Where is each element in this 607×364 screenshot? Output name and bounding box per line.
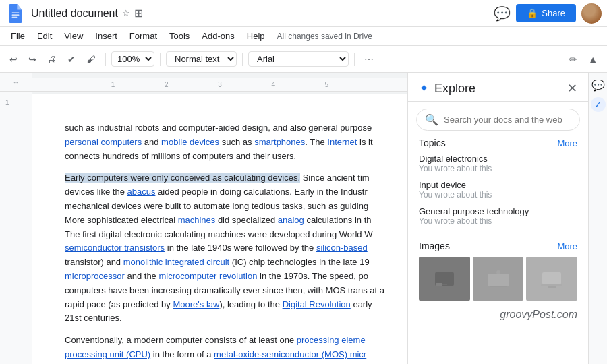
google-docs-logo — [5, 3, 26, 24]
more-options-button[interactable]: ⋯ — [360, 51, 378, 67]
menu-tools[interactable]: Tools — [164, 30, 195, 42]
ruler-label: ↔ — [13, 78, 20, 86]
menu-addons[interactable]: Add-ons — [196, 30, 239, 42]
paint-format-button[interactable]: 🖌 — [82, 51, 100, 67]
search-icon: 🔍 — [425, 113, 438, 126]
topic-title-2: Input device — [419, 180, 577, 190]
zoom-select[interactable]: 100% 75% 150% — [111, 51, 154, 67]
link-personal-computers[interactable]: personal computers — [65, 137, 142, 147]
link-processing-element[interactable]: processing eleme — [297, 335, 366, 345]
brand-name: groovyPost.com — [500, 309, 577, 320]
link-mobile-devices[interactable]: mobile devices — [161, 137, 219, 147]
toolbar-divider-2 — [160, 53, 161, 66]
toolbar-divider-1 — [105, 53, 106, 66]
chat-icon[interactable]: 💬 — [494, 5, 511, 22]
svg-rect-10 — [541, 284, 562, 286]
spellcheck-button[interactable]: ✔ — [63, 51, 80, 67]
link-abacus[interactable]: abacus — [127, 187, 156, 197]
topic-item-1[interactable]: Digital electronics You wrote about this — [419, 154, 577, 173]
style-select[interactable]: Normal text Heading 1 Heading 2 — [166, 51, 237, 67]
document-area: 1 2 3 4 5 such as industrial robots and … — [32, 73, 407, 364]
topics-header: Topics More — [419, 138, 577, 148]
toolbar: ↩ ↪ 🖨 ✔ 🖌 100% 75% 150% Normal text Head… — [0, 46, 607, 73]
explore-close-button[interactable]: ✕ — [567, 81, 577, 96]
topic-item-2[interactable]: Input device You wrote about this — [419, 180, 577, 200]
explore-header: ✦ Explore ✕ — [408, 73, 588, 102]
doc-title[interactable]: Untitled document — [31, 7, 118, 20]
top-ruler: 1 2 3 4 5 — [32, 78, 407, 92]
link-semiconductor[interactable]: semiconductor transistors — [65, 243, 165, 253]
collapse-toolbar-button[interactable]: ▲ — [584, 51, 602, 67]
link-cpu[interactable]: processing unit (CPU) — [65, 349, 150, 359]
images-row — [419, 257, 577, 301]
ruler-numbers: 1 — [0, 92, 32, 109]
avatar[interactable] — [581, 3, 602, 24]
highlight-text: Early computers were only conceived as c… — [65, 173, 300, 183]
link-mos[interactable]: metal-oxide-semiconductor (MOS) micr — [214, 349, 366, 359]
topic-title-3: General purpose technology — [419, 206, 577, 216]
doc-title-area: Untitled document ☆ ⊞ — [31, 7, 494, 20]
toolbar-divider-3 — [242, 53, 243, 66]
explore-icon: ✦ — [419, 81, 429, 96]
image-thumb-1[interactable] — [419, 257, 470, 301]
topbar-right: 💬 🔒 Share — [494, 3, 602, 24]
svg-rect-5 — [442, 284, 447, 285]
images-more-button[interactable]: More — [557, 241, 577, 251]
pen-button[interactable]: ✏ — [565, 51, 581, 67]
svg-rect-2 — [12, 16, 18, 17]
doc-paragraph-3: Conventionally, a modern computer consis… — [65, 334, 384, 364]
explore-title: Explore — [434, 82, 567, 96]
share-button[interactable]: 🔒 Share — [516, 4, 576, 22]
topic-title-1: Digital electronics — [419, 154, 577, 164]
topic-subtitle-2: You wrote about this — [419, 190, 577, 200]
undo-button[interactable]: ↩ — [5, 51, 22, 67]
print-button[interactable]: 🖨 — [43, 51, 61, 67]
link-microcomputer[interactable]: microcomputer revolution — [158, 271, 257, 281]
svg-rect-7 — [490, 286, 507, 287]
explore-search-input[interactable] — [444, 115, 571, 125]
link-internet[interactable]: Internet — [327, 137, 357, 147]
images-label: Images — [419, 241, 450, 251]
link-machines[interactable]: machines — [178, 215, 216, 225]
doc-paragraph-1: such as industrial robots and computer-a… — [65, 121, 384, 163]
images-header: Images More — [419, 241, 577, 251]
folder-icon[interactable]: ⊞ — [134, 7, 143, 20]
menu-edit[interactable]: Edit — [32, 30, 57, 42]
right-sidebar: 💬 ✓ — [588, 73, 607, 364]
main-area: ↔ 1 1 2 3 4 5 such as industrial robots … — [0, 73, 607, 364]
ruler-column: ↔ 1 — [0, 73, 32, 364]
topics-section: Topics More Digital electronics You wrot… — [408, 138, 588, 233]
svg-rect-11 — [548, 286, 556, 288]
right-sidebar-check-icon[interactable]: ✓ — [591, 97, 606, 112]
link-digital-revolution[interactable]: Digital Revolution — [283, 299, 351, 309]
link-analog[interactable]: analog — [278, 215, 304, 225]
menu-file[interactable]: File — [5, 30, 30, 42]
star-icon[interactable]: ☆ — [122, 8, 130, 18]
redo-button[interactable]: ↪ — [24, 51, 40, 67]
topic-subtitle-3: You wrote about this — [419, 216, 577, 226]
link-microprocessor[interactable]: microprocessor — [65, 271, 125, 281]
topic-subtitle-1: You wrote about this — [419, 164, 577, 173]
topics-label: Topics — [419, 138, 446, 148]
topic-item-3[interactable]: General purpose technology You wrote abo… — [419, 206, 577, 226]
link-smartphones[interactable]: smartphones — [254, 137, 305, 147]
svg-rect-4 — [436, 283, 442, 286]
right-sidebar-chat-icon[interactable]: 💬 — [591, 78, 605, 92]
autosave-message: All changes saved in Drive — [277, 32, 372, 41]
svg-rect-9 — [542, 272, 561, 284]
svg-rect-1 — [12, 14, 20, 15]
document-page[interactable]: such as industrial robots and computer-a… — [32, 94, 407, 364]
menu-insert[interactable]: Insert — [90, 30, 123, 42]
image-thumb-3[interactable] — [526, 257, 577, 301]
link-silicon-based[interactable]: silicon-based — [316, 243, 368, 253]
explore-search-bar[interactable]: 🔍 — [416, 109, 580, 131]
link-integrated-circuit[interactable]: monolithic integrated circuit — [123, 257, 230, 267]
link-moores-law[interactable]: Moore's law — [173, 299, 219, 309]
menu-format[interactable]: Format — [124, 30, 163, 42]
topics-more-button[interactable]: More — [557, 138, 577, 148]
menu-help[interactable]: Help — [241, 30, 270, 42]
menubar: File Edit View Insert Format Tools Add-o… — [0, 27, 607, 46]
menu-view[interactable]: View — [59, 30, 88, 42]
image-thumb-2[interactable] — [473, 257, 524, 301]
font-select[interactable]: Arial Times New Roman — [248, 51, 349, 67]
